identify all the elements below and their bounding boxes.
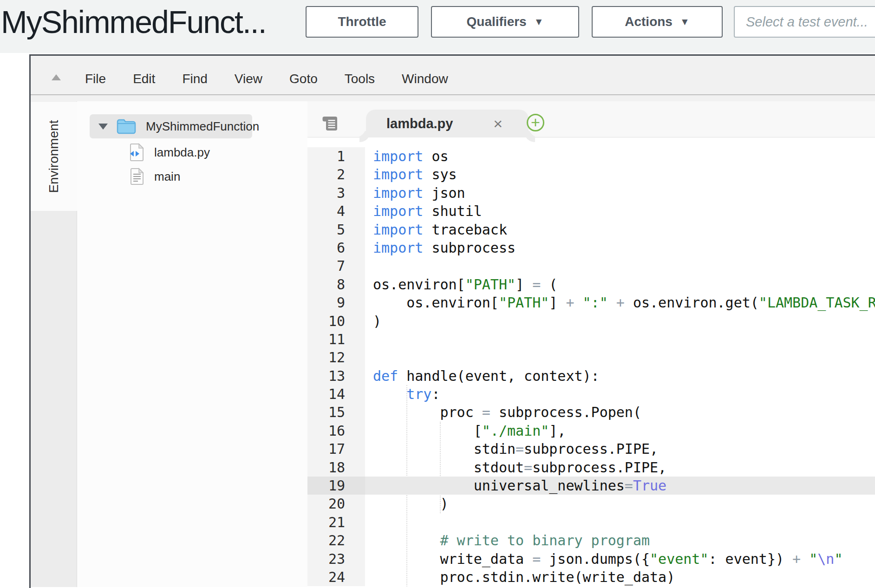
code-line-text: def handle(event, context): (365, 367, 875, 385)
code-line-text: ) (365, 495, 875, 513)
code-line-text (365, 513, 875, 531)
code-line-3[interactable]: 3import json (307, 184, 875, 202)
code-line-9[interactable]: 9 os.environ["PATH"] + ":" + os.environ.… (307, 294, 875, 312)
menu-window[interactable]: Window (402, 72, 448, 86)
gutter-line-number[interactable]: 8 (307, 275, 365, 294)
code-line-text: import sys (365, 165, 875, 183)
gutter-line-number[interactable]: 12 (307, 348, 365, 366)
gutter-line-number[interactable]: 4 (307, 202, 365, 220)
environment-tab-label: Environment (46, 120, 61, 193)
code-line-text: proc = subprocess.Popen( (365, 403, 875, 421)
code-line-2[interactable]: 2import sys (307, 165, 875, 183)
gutter-line-number[interactable]: 16 (307, 422, 365, 440)
code-line-text (365, 330, 875, 348)
code-line-text: import traceback (365, 221, 875, 239)
function-title: MyShimmedFunct... (1, 4, 266, 40)
gutter-line-number[interactable]: 9 (307, 294, 365, 312)
code-line-5[interactable]: 5import traceback (307, 221, 875, 239)
code-line-text: import subprocess (365, 239, 875, 257)
code-line-8[interactable]: 8os.environ["PATH"] = ( (307, 275, 875, 294)
code-line-14[interactable]: 14 try: (307, 385, 875, 403)
code-line-text (365, 257, 875, 275)
code-line-text: import json (365, 184, 875, 202)
menu-edit[interactable]: Edit (133, 72, 155, 86)
code-line-text: ["./main"], (365, 422, 875, 440)
side-rail: Environment (31, 101, 77, 587)
code-line-23[interactable]: 23 write_data = json.dumps({"event": eve… (307, 550, 875, 568)
code-line-18[interactable]: 18 stdout=subprocess.PIPE, (307, 458, 875, 477)
new-tab-button[interactable]: + (527, 114, 544, 131)
throttle-button-label: Throttle (338, 14, 386, 29)
code-line-text: proc.stdin.write(write_data) (365, 568, 875, 586)
code-line-22[interactable]: 22 # write to binary program (307, 531, 875, 549)
gutter-line-number[interactable]: 21 (307, 513, 365, 531)
test-event-select[interactable]: Select a test event... (734, 6, 875, 38)
code-line-17[interactable]: 17 stdin=subprocess.PIPE, (307, 440, 875, 458)
tree-expand-caret-icon[interactable] (98, 124, 108, 130)
gutter-line-number[interactable]: 18 (307, 458, 365, 477)
gutter-line-number[interactable]: 6 (307, 239, 365, 257)
actions-button-label: Actions (625, 14, 673, 29)
code-line-10[interactable]: 10) (307, 312, 875, 330)
code-line-text: # write to binary program (365, 531, 875, 549)
code-file-icon (128, 143, 145, 162)
chevron-down-icon: ▼ (534, 16, 544, 27)
tree-item-folder[interactable]: MyShimmedFunction (98, 118, 259, 135)
tab-lambda-py[interactable]: lambda.py × (366, 110, 529, 137)
gutter-line-number[interactable]: 14 (307, 385, 365, 403)
gutter-line-number[interactable]: 11 (307, 330, 365, 348)
toolbar-strip (31, 95, 875, 101)
gutter-line-number[interactable]: 17 (307, 440, 365, 458)
code-line-24[interactable]: 24 proc.stdin.write(write_data) (307, 568, 875, 586)
code-line-16[interactable]: 16 ["./main"], (307, 422, 875, 440)
code-line-12[interactable]: 12 (307, 348, 875, 366)
gutter-line-number[interactable]: 13 (307, 367, 365, 385)
environment-tab[interactable]: Environment (31, 102, 77, 211)
menu-goto[interactable]: Goto (289, 72, 318, 86)
text-file-icon (129, 168, 145, 185)
test-event-placeholder: Select a test event... (746, 14, 868, 30)
tree-file-label: lambda.py (154, 145, 210, 160)
gutter-line-number[interactable]: 22 (307, 531, 365, 549)
gutter-line-number[interactable]: 3 (307, 184, 365, 202)
tree-item-lambda-py[interactable]: lambda.py (128, 143, 210, 162)
collapse-menu-icon[interactable] (52, 74, 61, 80)
gutter-line-number[interactable]: 15 (307, 403, 365, 421)
code-line-text: stdout=subprocess.PIPE, (365, 458, 875, 477)
folder-icon (116, 118, 137, 135)
file-tree-panel: MyShimmedFunction lambda.py (77, 101, 307, 587)
code-editor[interactable]: 1import os2import sys3import json4import… (307, 137, 875, 587)
tree-item-main[interactable]: main (129, 168, 180, 185)
tab-list-icon[interactable] (322, 116, 339, 133)
code-line-7[interactable]: 7 (307, 257, 875, 275)
actions-button[interactable]: Actions ▼ (592, 6, 723, 38)
code-line-19[interactable]: 19 universal_newlines=True (307, 477, 875, 495)
code-line-1[interactable]: 1import os (307, 147, 875, 165)
gutter-line-number[interactable]: 19 (307, 477, 365, 495)
qualifiers-button[interactable]: Qualifiers ▼ (431, 6, 579, 38)
gutter-line-number[interactable]: 2 (307, 165, 365, 183)
code-line-4[interactable]: 4import shutil (307, 202, 875, 220)
gutter-line-number[interactable]: 7 (307, 257, 365, 275)
menu-view[interactable]: View (235, 72, 262, 86)
code-line-6[interactable]: 6import subprocess (307, 239, 875, 257)
code-line-20[interactable]: 20 ) (307, 495, 875, 513)
code-line-15[interactable]: 15 proc = subprocess.Popen( (307, 403, 875, 421)
code-line-13[interactable]: 13def handle(event, context): (307, 367, 875, 385)
chevron-down-icon: ▼ (680, 16, 690, 27)
menu-file[interactable]: File (85, 72, 106, 86)
code-line-11[interactable]: 11 (307, 330, 875, 348)
menu-tools[interactable]: Tools (345, 72, 375, 86)
gutter-line-number[interactable]: 10 (307, 312, 365, 330)
gutter-line-number[interactable]: 20 (307, 495, 365, 513)
gutter-line-number[interactable]: 23 (307, 550, 365, 568)
editor-column: lambda.py × + 1import os2import sys3impo… (307, 101, 875, 587)
throttle-button[interactable]: Throttle (306, 6, 418, 38)
code-line-text: import os (365, 147, 875, 165)
gutter-line-number[interactable]: 24 (307, 568, 365, 586)
menu-find[interactable]: Find (182, 72, 207, 86)
close-tab-icon[interactable]: × (493, 116, 503, 131)
gutter-line-number[interactable]: 1 (307, 147, 365, 165)
code-line-21[interactable]: 21 (307, 513, 875, 531)
gutter-line-number[interactable]: 5 (307, 221, 365, 239)
